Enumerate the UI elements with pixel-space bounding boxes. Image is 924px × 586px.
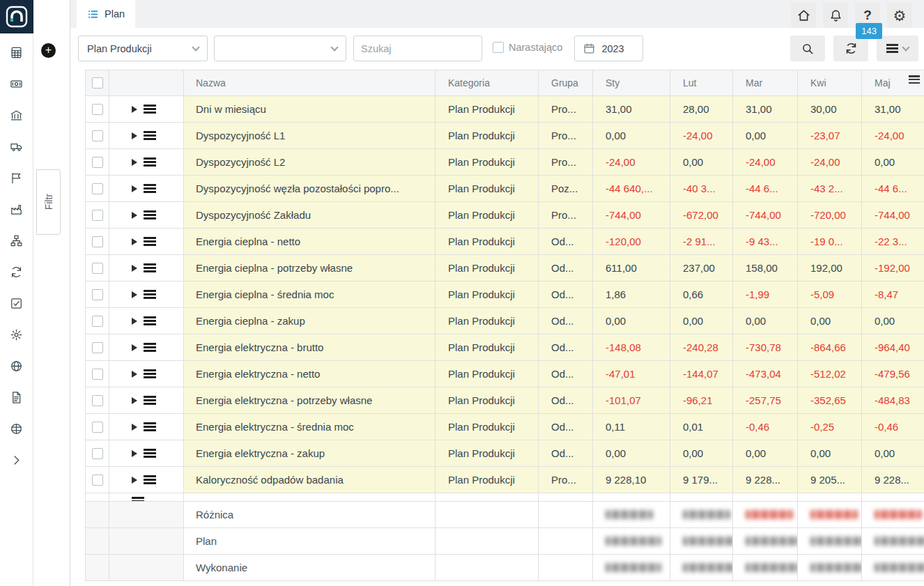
row-menu-icon[interactable] xyxy=(144,210,156,219)
row-checkbox[interactable] xyxy=(92,422,103,433)
row-checkbox[interactable] xyxy=(92,210,103,221)
row-checkbox[interactable] xyxy=(92,395,103,406)
row-menu-icon[interactable] xyxy=(144,396,156,405)
column-header-mar[interactable]: Mar xyxy=(733,70,798,96)
expand-arrow-icon[interactable] xyxy=(132,344,137,351)
app-logo[interactable] xyxy=(0,0,33,33)
row-menu-icon[interactable] xyxy=(144,343,156,352)
row-menu-icon[interactable] xyxy=(144,316,156,325)
column-header-grupa[interactable]: Grupa xyxy=(539,70,593,96)
row-menu-icon[interactable] xyxy=(144,290,156,299)
column-header-kategoria[interactable]: Kategoria xyxy=(436,70,539,96)
row-checkbox[interactable] xyxy=(92,130,103,141)
notifications-button[interactable] xyxy=(823,3,848,28)
table-row[interactable]: Energia elektryczna - średnia moc Plan P… xyxy=(85,414,924,440)
table-row[interactable]: Energia cieplna - potrzeby własne Plan P… xyxy=(85,255,924,282)
refresh-button[interactable] xyxy=(833,36,868,61)
row-checkbox[interactable] xyxy=(92,369,103,380)
expand-arrow-icon[interactable] xyxy=(132,450,137,457)
settings-button[interactable]: ⚙ xyxy=(887,3,912,28)
truck-icon[interactable] xyxy=(8,137,26,156)
table-row[interactable]: Dyspozycyjność L2 Plan Produkcji Pro... … xyxy=(85,149,924,176)
expand-arrow-icon[interactable] xyxy=(132,424,137,431)
row-menu-icon[interactable] xyxy=(144,369,156,378)
filter-panel-tab[interactable]: Filtr xyxy=(36,169,61,235)
table-row[interactable]: Dni w miesiącu Plan Produkcji Pro... 31,… xyxy=(85,96,924,123)
row-checkbox[interactable] xyxy=(92,157,103,168)
row-menu-icon[interactable] xyxy=(144,263,156,272)
expand-arrow-icon[interactable] xyxy=(132,106,137,113)
row-menu-icon[interactable] xyxy=(144,422,156,431)
select-all-checkbox[interactable] xyxy=(92,77,103,88)
expand-icon[interactable] xyxy=(8,450,26,470)
row-group: Od... xyxy=(539,361,593,387)
expand-arrow-icon[interactable] xyxy=(132,159,137,166)
column-header-sty[interactable]: Sty xyxy=(593,70,670,96)
table-row[interactable]: Dyspozycyjność węzła pozostałości popro.… xyxy=(85,176,924,202)
row-checkbox[interactable] xyxy=(92,316,103,327)
row-checkbox[interactable] xyxy=(92,104,103,115)
machine-icon[interactable] xyxy=(8,325,26,344)
table-row[interactable]: Kaloryczność odpadów badania Plan Produk… xyxy=(85,467,924,493)
document-icon[interactable] xyxy=(8,387,26,407)
expand-arrow-icon[interactable] xyxy=(132,291,137,298)
expand-arrow-icon[interactable] xyxy=(132,132,137,139)
column-header-lut[interactable]: Lut xyxy=(670,70,733,96)
table-row[interactable]: Energia cieplna - średnia moc Plan Produ… xyxy=(85,282,924,308)
payments-icon[interactable] xyxy=(8,74,26,93)
row-menu-icon[interactable] xyxy=(144,475,156,484)
home-button[interactable] xyxy=(791,3,816,28)
expand-arrow-icon[interactable] xyxy=(132,397,137,404)
row-menu-icon[interactable] xyxy=(144,105,156,114)
hierarchy-icon[interactable] xyxy=(8,231,26,250)
globe-icon[interactable] xyxy=(8,356,26,376)
row-value-maj: -44 6... xyxy=(862,176,924,202)
sync-icon[interactable] xyxy=(8,262,26,282)
expand-arrow-icon[interactable] xyxy=(132,477,137,484)
table-row[interactable]: Energia elektryczna - netto Plan Produkc… xyxy=(85,361,924,387)
view-select[interactable]: Plan Produkcji xyxy=(78,36,208,61)
table-row[interactable]: Energia elektryczna - potrzeby własne Pl… xyxy=(85,387,924,414)
table-row[interactable]: Dyspozycyjność L1 Plan Produkcji Pro... … xyxy=(85,123,924,149)
row-checkbox[interactable] xyxy=(92,342,103,353)
row-checkbox[interactable] xyxy=(92,183,103,194)
table-row[interactable]: Energia elektryczna - brutto Plan Produk… xyxy=(85,334,924,361)
row-menu-icon[interactable] xyxy=(144,131,156,140)
cumulative-checkbox[interactable]: Narastająco xyxy=(493,42,562,53)
row-menu-icon[interactable] xyxy=(144,237,156,246)
column-header-kwi[interactable]: Kwi xyxy=(798,70,862,96)
table-row[interactable]: Energia cieplna - zakup Plan Produkcji O… xyxy=(85,308,924,334)
row-checkbox[interactable] xyxy=(92,289,103,300)
row-menu-icon[interactable] xyxy=(144,157,156,167)
expand-arrow-icon[interactable] xyxy=(132,185,137,192)
expand-arrow-icon[interactable] xyxy=(132,371,137,378)
grid-menu-button[interactable] xyxy=(877,36,918,61)
tasks-icon[interactable] xyxy=(8,293,26,313)
row-checkbox[interactable] xyxy=(92,475,103,486)
bank-icon[interactable] xyxy=(8,105,26,125)
year-picker[interactable]: 2023 xyxy=(574,36,643,61)
expand-arrow-icon[interactable] xyxy=(132,212,137,219)
table-row[interactable]: Dyspozycyjność Zakładu Plan Produkcji Pr… xyxy=(85,202,924,229)
search-input[interactable] xyxy=(361,43,475,54)
expand-arrow-icon[interactable] xyxy=(132,318,137,325)
column-header-nazwa[interactable]: Nazwa xyxy=(184,70,436,96)
tab-plan[interactable]: Plan xyxy=(77,0,135,28)
web-icon[interactable] xyxy=(8,419,26,438)
expand-arrow-icon[interactable] xyxy=(132,238,137,245)
expand-arrow-icon[interactable] xyxy=(132,265,137,272)
row-checkbox[interactable] xyxy=(92,236,103,247)
table-row[interactable]: Energia cieplna - netto Plan Produkcji O… xyxy=(85,229,924,255)
table-row[interactable]: Energia elektryczna - zakup Plan Produkc… xyxy=(85,440,924,467)
calculator-icon[interactable] xyxy=(8,43,26,62)
flag-icon[interactable] xyxy=(8,168,26,187)
column-menu-icon[interactable] xyxy=(909,75,920,84)
row-checkbox[interactable] xyxy=(92,448,103,459)
secondary-select[interactable] xyxy=(214,36,346,61)
row-checkbox[interactable] xyxy=(92,263,103,274)
search-button[interactable] xyxy=(790,36,825,61)
factory-icon[interactable] xyxy=(8,199,26,219)
row-menu-icon[interactable] xyxy=(144,449,156,458)
add-filter-button[interactable]: + xyxy=(41,43,56,58)
row-menu-icon[interactable] xyxy=(144,184,156,193)
